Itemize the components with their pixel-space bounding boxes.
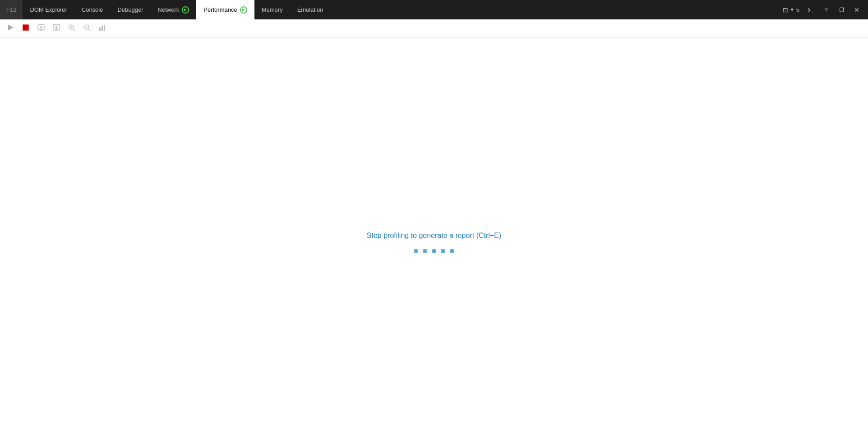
- dot-4: [441, 249, 445, 253]
- nav-label-console: Console: [82, 6, 103, 13]
- monitor-badge: ⊡ ▼ 5: [780, 6, 802, 14]
- svg-rect-1: [23, 24, 28, 30]
- performance-recording-icon: ▶: [240, 6, 247, 14]
- svg-line-11: [73, 29, 75, 31]
- restore-button[interactable]: ❐: [835, 3, 848, 17]
- export-icon: [53, 24, 60, 33]
- dot-3: [432, 249, 436, 253]
- monitor-icon: ⊡: [783, 6, 788, 14]
- dot-2: [423, 249, 427, 253]
- close-button[interactable]: ✕: [850, 3, 863, 17]
- zoom-out-icon: [83, 24, 91, 33]
- profiling-message: Stop profiling to generate a report (Ctr…: [367, 232, 501, 240]
- import-button[interactable]: [34, 22, 48, 35]
- nav-item-network[interactable]: Network ▶: [151, 0, 197, 19]
- nav-label-performance: Performance: [203, 6, 237, 13]
- terminal-button[interactable]: ❯_: [804, 3, 817, 17]
- toolbar: [0, 19, 868, 37]
- nav-item-debugger[interactable]: Debugger: [110, 0, 150, 19]
- import-icon: [37, 24, 45, 33]
- network-recording-icon: ▶: [182, 6, 189, 14]
- play-icon: [7, 24, 14, 33]
- help-icon: ?: [824, 6, 828, 14]
- dot-5: [450, 249, 454, 253]
- restore-icon: ❐: [839, 7, 844, 13]
- nav-label-debugger: Debugger: [117, 6, 143, 13]
- nav-label-network: Network: [158, 6, 180, 13]
- main-content: Stop profiling to generate a report (Ctr…: [0, 37, 868, 447]
- stop-icon: [22, 24, 29, 33]
- dot-1: [414, 249, 418, 253]
- monitor-count: 5: [796, 6, 799, 13]
- topbar-controls: ⊡ ▼ 5 ❯_ ? ❐ ✕: [776, 0, 868, 19]
- svg-rect-17: [99, 28, 101, 31]
- svg-rect-19: [104, 25, 105, 31]
- loading-dots: [414, 249, 454, 253]
- help-button[interactable]: ?: [819, 3, 833, 17]
- zoom-in-icon: [68, 24, 75, 33]
- topbar: F12 DOM Explorer Console Debugger Networ…: [0, 0, 868, 19]
- zoom-in-button[interactable]: [65, 22, 78, 35]
- nav-item-dom-explorer[interactable]: DOM Explorer: [23, 0, 74, 19]
- svg-rect-18: [102, 26, 103, 31]
- nav-item-console[interactable]: Console: [74, 0, 111, 19]
- svg-line-15: [88, 29, 90, 31]
- f12-label: F12: [6, 6, 16, 13]
- nav-item-performance[interactable]: Performance ▶: [196, 0, 254, 19]
- play-button[interactable]: [4, 22, 17, 35]
- nav-item-f12: F12: [0, 0, 23, 19]
- topbar-nav: F12 DOM Explorer Console Debugger Networ…: [0, 0, 776, 19]
- nav-label-dom-explorer: DOM Explorer: [30, 6, 67, 13]
- stop-button[interactable]: [19, 22, 32, 35]
- export-button[interactable]: [50, 22, 63, 35]
- zoom-out-button[interactable]: [80, 22, 94, 35]
- terminal-icon: ❯_: [808, 7, 814, 13]
- nav-item-memory[interactable]: Memory: [254, 0, 290, 19]
- svg-marker-0: [8, 24, 14, 30]
- nav-item-emulation[interactable]: Emulation: [290, 0, 331, 19]
- close-icon: ✕: [854, 6, 859, 14]
- chart-icon: [99, 24, 106, 33]
- chart-button[interactable]: [96, 22, 109, 35]
- nav-label-memory: Memory: [262, 6, 283, 13]
- monitor-arrow: ▼: [790, 7, 794, 12]
- nav-label-emulation: Emulation: [297, 6, 323, 13]
